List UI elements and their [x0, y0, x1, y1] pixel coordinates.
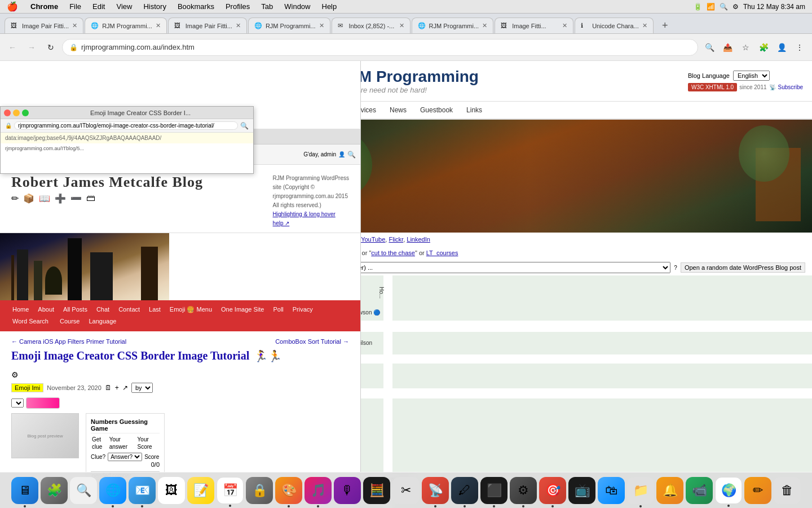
dock-bbedit[interactable]: 🖊 [451, 477, 478, 504]
popup-dot-yellow-2[interactable] [13, 110, 20, 116]
search-icon[interactable]: 🔍 [720, 3, 728, 11]
extension-icon[interactable]: 🧩 [756, 40, 771, 55]
lang-select[interactable]: English [733, 71, 770, 81]
dock-filezilla[interactable]: 📡 [422, 477, 449, 504]
dock-launchpad[interactable]: 🧩 [41, 477, 68, 504]
dock-safari[interactable]: 🌐 [99, 477, 126, 504]
blog-nav-chat[interactable]: Chat [93, 305, 113, 314]
tab-rjm-2[interactable]: 🌐 RJM Programmi... ✕ [248, 17, 330, 33]
popup-dot-green-2[interactable] [22, 110, 29, 116]
dock-podcasts[interactable]: 🎙 [334, 477, 361, 504]
cut-to-chase-link[interactable]: cut to the chase [371, 249, 415, 256]
popup-dot-red-2[interactable] [4, 110, 11, 116]
tab-gmail[interactable]: ✉ Inbox (2,852) -... ✕ [332, 17, 411, 33]
dock-trash[interactable]: 🗑 [774, 477, 801, 504]
share-icon[interactable]: 📤 [720, 40, 735, 55]
reload-button[interactable]: ↻ [43, 40, 59, 55]
dock-chrome[interactable]: 🌍 [715, 477, 742, 504]
tab-close-3[interactable]: ✕ [232, 22, 241, 29]
blog-nav-one-image[interactable]: One Image Site [218, 305, 267, 314]
tab-unicode[interactable]: ℹ Unicode Chara... ✕ [575, 17, 654, 33]
lt-courses-link[interactable]: LT_courses [426, 249, 458, 256]
next-post-link[interactable]: ComboBox Sort Tutorial → [275, 338, 349, 345]
dock-mail[interactable]: 📧 [129, 477, 156, 504]
blog-nav-about[interactable]: About [34, 305, 58, 314]
secondary-url[interactable]: rjmprogramming.com.au/ITblog/emoji-image… [14, 121, 238, 130]
help-menu[interactable]: Help [316, 2, 343, 11]
search-toolbar-icon[interactable]: 🔍 [701, 40, 717, 55]
chrome-menu[interactable]: Chrome [25, 2, 64, 11]
tab-menu[interactable]: Tab [255, 2, 279, 11]
tab-close-4[interactable]: ✕ [316, 22, 324, 29]
apple-menu[interactable]: 🍎 [0, 1, 25, 12]
blog-tag[interactable]: Emoji Imi [11, 383, 43, 392]
dock-itunes[interactable]: 🎵 [304, 477, 332, 504]
tab-close-8[interactable]: ✕ [639, 22, 647, 29]
dock-sketch[interactable]: ✏ [744, 477, 771, 504]
dock-coderunner[interactable]: ⚙ [510, 477, 537, 504]
dock-music[interactable]: 🎨 [275, 477, 302, 504]
rjm-nav-news[interactable]: News [383, 102, 413, 119]
address-input[interactable]: 🔒 rjmprogramming.com.au/index.htm [62, 39, 698, 56]
profile-icon[interactable]: 👤 [774, 40, 789, 55]
prev-post-link[interactable]: ← Camera iOS App Filters Primer Tutorial [11, 338, 126, 345]
tab-rjm-1[interactable]: 🌐 RJM Programmi... ✕ [85, 17, 167, 33]
window-menu[interactable]: Window [279, 2, 316, 11]
blog-nav-contact[interactable]: Contact [115, 305, 143, 314]
tab-close-6[interactable]: ✕ [479, 22, 487, 29]
dock-terminal[interactable]: ⬛ [480, 477, 508, 504]
tab-close-7[interactable]: ✕ [559, 22, 567, 29]
view-menu[interactable]: View [111, 2, 138, 11]
answer-select[interactable]: Answer? [108, 453, 142, 461]
history-menu[interactable]: History [138, 2, 171, 11]
bookmarks-menu[interactable]: Bookmarks [172, 2, 220, 11]
back-button[interactable]: ← [5, 40, 20, 55]
youtube-link[interactable]: YouTube [361, 236, 385, 243]
tab-image-3[interactable]: 🖼 Image Fitti... ✕ [495, 17, 573, 33]
blog-nav-home[interactable]: Home [9, 305, 32, 314]
open-random-post-button[interactable]: Open a random date WordPress Blog post [681, 262, 805, 273]
blog-nav-word-search[interactable]: Word Search [9, 317, 52, 327]
post-sort-select[interactable]: by [131, 383, 153, 393]
blog-nav-course[interactable]: Course [56, 317, 83, 327]
tab-image-pair-1[interactable]: 🖼 Image Pair Fitti... ✕ [5, 17, 83, 33]
rjm-nav-guestbook[interactable]: Guestbook [413, 102, 460, 119]
dock-keychain[interactable]: 🔒 [246, 477, 273, 504]
dock-scissors[interactable]: ✂ [392, 477, 420, 504]
dock-calendar[interactable]: 📅 [217, 477, 244, 504]
blog-nav-emoji[interactable]: Emoji 🍔 Menu [166, 305, 215, 314]
dock-finder2[interactable]: 📁 [627, 477, 654, 504]
blog-nav-privacy[interactable]: Privacy [289, 305, 316, 314]
color-select[interactable] [11, 398, 24, 408]
blog-nav-all-posts[interactable]: All Posts [60, 305, 91, 314]
edit-menu[interactable]: Edit [87, 2, 111, 11]
dock-apple-tv[interactable]: 📺 [568, 477, 595, 504]
tab-rjm-3[interactable]: 🌐 RJM Programmi... ✕ [412, 17, 494, 33]
highlighting-link[interactable]: Highlighting & long hoverhelp ↗ [273, 211, 336, 226]
dock-notification[interactable]: 🔔 [656, 477, 683, 504]
profiles-menu[interactable]: Profiles [220, 2, 255, 11]
dock-intellij[interactable]: 🎯 [539, 477, 566, 504]
blog-nav-language[interactable]: Language [85, 317, 120, 327]
linkedin-link[interactable]: LinkedIn [407, 236, 430, 243]
dock-appstore[interactable]: 🛍 [598, 477, 625, 504]
control-center-icon[interactable]: ⚙ [732, 3, 739, 11]
dock-facetime[interactable]: 📹 [686, 477, 713, 504]
tab-close-5[interactable]: ✕ [396, 22, 404, 29]
tab-image-pair-2[interactable]: 🖼 Image Pair Fitti... ✕ [168, 17, 247, 33]
blog-nav-last[interactable]: Last [145, 305, 164, 314]
dock-finder[interactable]: 🖥 [11, 477, 38, 504]
blog-nav-poll[interactable]: Poll [270, 305, 286, 314]
tab-close-2[interactable]: ✕ [152, 22, 161, 29]
popup-search-icon[interactable]: 🔍 [347, 151, 356, 159]
zoom-icon[interactable]: 🔍 [240, 122, 249, 130]
subscribe-link[interactable]: Subscribe [778, 84, 803, 90]
tab-close-1[interactable]: ✕ [69, 22, 77, 29]
rjm-nav-links[interactable]: Links [460, 102, 489, 119]
dock-calculator[interactable]: 🧮 [363, 477, 390, 504]
bookmark-icon[interactable]: ☆ [738, 40, 753, 55]
file-menu[interactable]: File [64, 2, 87, 11]
forward-button[interactable]: → [24, 40, 39, 55]
dock-spotlight[interactable]: 🔍 [70, 477, 97, 504]
flickr-link[interactable]: Flickr [389, 236, 403, 243]
